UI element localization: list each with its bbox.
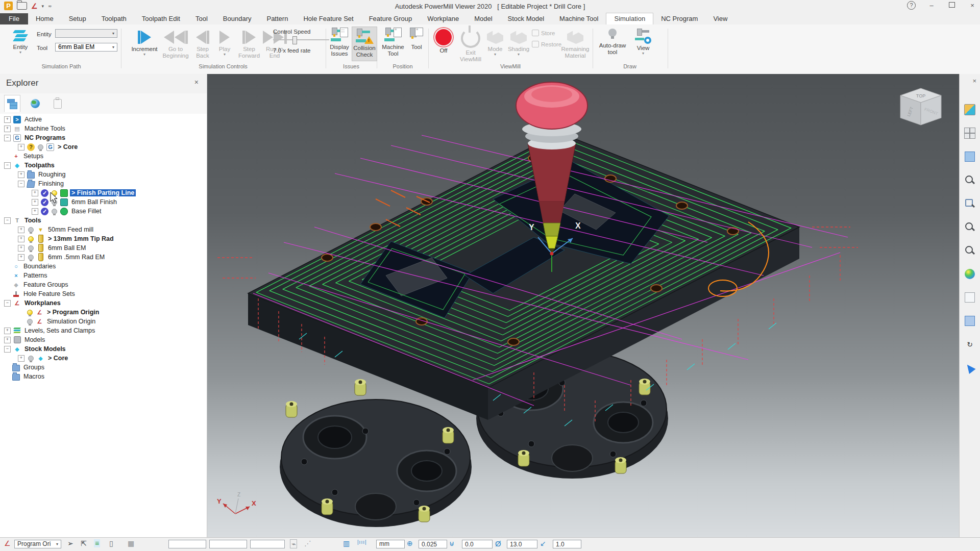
tab-feature-group[interactable]: Feature Group [361, 13, 420, 24]
tree-item-tools[interactable]: −TTools [0, 216, 207, 225]
shading-button[interactable]: Shading▾ [506, 29, 531, 57]
close-icon[interactable]: × [968, 2, 977, 9]
thickness-field[interactable]: 0.0 [462, 540, 493, 548]
expand-icon[interactable]: + [32, 199, 38, 206]
help-icon[interactable]: ? [907, 1, 916, 10]
tab-toolpath[interactable]: Toolpath [94, 13, 134, 24]
restore-button[interactable]: Restore [532, 41, 561, 47]
zoom-page-icon[interactable] [964, 197, 976, 210]
tree-item-core[interactable]: +◆> Core [0, 354, 207, 363]
multicolour-shading-icon[interactable] [964, 268, 976, 280]
tree-item-program-origin[interactable]: ∠> Program Origin [0, 308, 207, 317]
collapse-icon[interactable]: − [4, 300, 11, 307]
tree-item-6mm-ball-em[interactable]: +6mm Ball EM [0, 243, 207, 253]
scale-field[interactable]: 1.0 [553, 540, 581, 548]
tree-item-feature-groups[interactable]: ◆Feature Groups [0, 280, 207, 289]
standard-views-icon[interactable] [964, 127, 976, 139]
coordinate-z-field[interactable] [250, 540, 285, 548]
explorer-web-tab[interactable] [28, 95, 43, 112]
tree-item-macros[interactable]: Macros [0, 372, 207, 381]
explorer-clipboard-tab[interactable] [50, 95, 65, 112]
explorer-tree-tab[interactable] [4, 95, 20, 112]
collapse-icon[interactable]: − [4, 162, 11, 169]
transparent-view-icon[interactable] [964, 315, 976, 327]
coordinate-x-field[interactable] [168, 540, 206, 548]
tree-item-13mm-1mm-tip-rad[interactable]: +> 13mm 1mm Tip Rad [0, 234, 207, 243]
play-button[interactable]: Play▾ [215, 29, 234, 57]
tab-machine-tool[interactable]: Machine Tool [552, 13, 606, 24]
tree-item-50mm-feed-mill[interactable]: +▼50mm Feed mill [0, 225, 207, 234]
levels-clamps-icon[interactable]: ≡ [94, 539, 100, 547]
tree-item-finish-parting-line[interactable]: +✓> Finish Parting Line [0, 188, 207, 197]
workplane-combo[interactable]: Program Ori▾ [14, 540, 61, 548]
tree-item-hole-feature-sets[interactable]: Hole Feature Sets [0, 289, 207, 298]
tab-model[interactable]: Model [467, 13, 500, 24]
expand-icon[interactable]: + [18, 236, 24, 242]
tree-item-boundaries[interactable]: ○Boundaries [0, 262, 207, 271]
remaining-material-button[interactable]: Remaining Material [559, 29, 591, 59]
select-cursor-icon[interactable] [964, 362, 976, 374]
zoom-search-icon[interactable] [964, 221, 976, 233]
tab-view[interactable]: View [705, 13, 735, 24]
view-cube[interactable]: TOP LEFT FRONT [900, 88, 941, 125]
tree-item-setups[interactable]: +Setups [0, 152, 207, 161]
tree-item-levels-sets-and-clamps[interactable]: +Levels, Sets and Clamps [0, 326, 207, 335]
increment-button[interactable]: Increment▾ [129, 29, 160, 57]
tree-item-6mm-5mm-rad-em[interactable]: +6mm .5mm Rad EM [0, 253, 207, 262]
expand-icon[interactable]: + [18, 355, 24, 362]
tolerance-field[interactable]: 0.025 [419, 540, 447, 548]
coordinate-y-field[interactable] [209, 540, 247, 548]
zoom-to-fit-icon[interactable] [964, 174, 976, 186]
tree-item-roughing[interactable]: +Roughing [0, 170, 207, 179]
view-toolbar-close-icon[interactable]: × [972, 77, 976, 85]
snap-toggle-icon[interactable]: ⌁ [290, 539, 297, 548]
explorer-close-icon[interactable]: × [194, 78, 199, 86]
select-entity-icon[interactable]: ➢ [67, 539, 74, 547]
iso-view-icon[interactable] [964, 104, 976, 116]
expand-icon[interactable]: + [18, 171, 24, 178]
tree-item-models[interactable]: +Models [0, 335, 207, 344]
minimize-icon[interactable]: – [927, 2, 936, 9]
tool-combo[interactable]: 6mm Ball EM▾ [55, 43, 117, 52]
expand-icon[interactable]: + [4, 328, 11, 334]
tab-simulation[interactable]: Simulation [606, 13, 653, 24]
measure-tool-icon[interactable]: ⋰ [304, 539, 311, 547]
tab-hole-feature-set[interactable]: Hole Feature Set [296, 13, 361, 24]
zoom-box-icon[interactable] [964, 244, 976, 257]
expand-icon[interactable]: + [4, 116, 11, 123]
tab-stock-model[interactable]: Stock Model [500, 13, 552, 24]
view-draw-button[interactable]: View▾ [632, 29, 654, 56]
expand-icon[interactable]: + [18, 227, 24, 233]
slider-thumb[interactable] [292, 36, 297, 44]
expand-icon[interactable]: + [32, 208, 38, 215]
tree-item-base-fillet[interactable]: +✓Base Fillet [0, 207, 207, 216]
tree-item-workplanes[interactable]: −∠Workplanes [0, 298, 207, 308]
store-button[interactable]: Store [532, 30, 555, 36]
tab-setup[interactable]: Setup [61, 13, 94, 24]
expand-icon[interactable]: + [4, 337, 11, 343]
collapse-icon[interactable]: − [4, 346, 11, 353]
tree-item-machine-tools[interactable]: +▤Machine Tools [0, 124, 207, 133]
go-to-beginning-button[interactable]: Go to Beginning [162, 29, 189, 59]
collapse-icon[interactable]: − [4, 135, 11, 141]
tree-item-toolpaths[interactable]: −◈Toolpaths [0, 161, 207, 170]
display-issues-button[interactable]: ------ Display Issues [328, 28, 351, 57]
statistics-icon[interactable]: ▥ [343, 539, 350, 547]
tree-item-6mm-ball-finish[interactable]: +✓6mm Ball Finish [0, 197, 207, 207]
mode-button[interactable]: Mode▾ [485, 29, 505, 57]
select-component-icon[interactable]: ⇱ [81, 539, 87, 547]
viewport-3d[interactable]: Y X TOP LEFT FRONT Y X Z [207, 74, 959, 537]
expand-icon[interactable]: + [4, 126, 11, 132]
tab-toolpath-edit[interactable]: Toolpath Edit [134, 13, 188, 24]
entity-button[interactable]: Entity ▾ [6, 29, 35, 55]
tree-item-active[interactable]: +>Active [0, 115, 207, 124]
tab-nc-program[interactable]: NC Program [653, 13, 705, 24]
tree-item-stock-models[interactable]: −◆Stock Models [0, 344, 207, 354]
expand-icon[interactable]: + [18, 144, 24, 151]
tab-home[interactable]: Home [28, 13, 61, 24]
units-combo[interactable]: mm [376, 540, 405, 548]
tree-item-patterns[interactable]: ×Patterns [0, 271, 207, 280]
rotate-cursor-icon[interactable]: ↻ [964, 338, 976, 350]
expand-icon[interactable]: + [32, 190, 38, 196]
tab-workplane[interactable]: Workplane [420, 13, 467, 24]
